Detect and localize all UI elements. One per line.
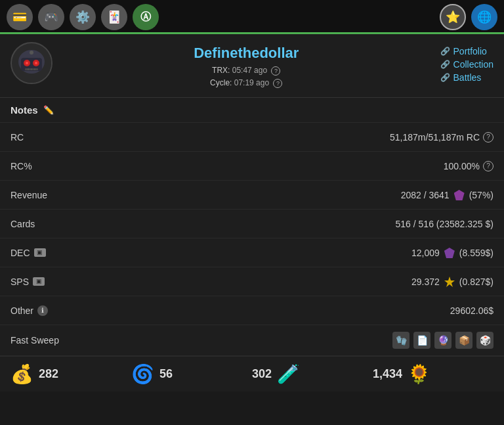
svg-point-5 <box>26 62 28 64</box>
potion-item: 302 🧪 <box>252 363 373 385</box>
cycle-time: 07:19 ago <box>234 78 269 87</box>
notes-header: Notes ✏️ <box>0 98 504 123</box>
potion-icon: 🧪 <box>277 363 300 385</box>
other-info-icon[interactable]: ℹ <box>37 305 48 316</box>
profile-section: Definethedollar TRX: 05:47 ago ? Cycle: … <box>0 34 504 98</box>
rc-row: RC 51,187m/51,187m RC ? <box>0 123 504 152</box>
nav-cards-icon[interactable]: 🃏 <box>101 4 127 30</box>
gem-icon <box>454 190 465 200</box>
rc-value: 51,187m/51,187m RC ? <box>390 132 494 143</box>
sps-token-icon <box>444 277 455 287</box>
battles-link-icon: 🔗 <box>440 73 450 82</box>
svg-point-6 <box>35 62 37 64</box>
collection-label: Collection <box>453 59 494 70</box>
flower-item: 1,434 🌻 <box>373 363 494 385</box>
notes-edit-icon[interactable]: ✏️ <box>43 105 54 115</box>
profile-links: 🔗 Portfolio 🔗 Collection 🔗 Battles <box>440 46 494 83</box>
svg-marker-13 <box>444 277 455 287</box>
rc-pct-help-icon[interactable]: ? <box>483 161 494 171</box>
orb-value: 56 <box>159 367 173 381</box>
sps-value: 29.372 (0.827$) <box>411 277 494 287</box>
other-amount: 29602.06$ <box>450 305 494 316</box>
nav-user-icon[interactable]: Ⓐ <box>133 4 159 30</box>
nav-settings-icon[interactable]: ⚙️ <box>70 4 96 30</box>
cards-value: 516 / 516 (23582.325 $) <box>396 219 494 229</box>
nav-star-icon[interactable]: ⭐ <box>440 4 466 30</box>
potion-count: 302 <box>252 367 272 381</box>
portfolio-link[interactable]: 🔗 Portfolio <box>440 46 494 56</box>
dec-amount: 12,009 <box>411 248 440 258</box>
rc-pct-text: 100.00% <box>444 161 480 171</box>
portfolio-label: Portfolio <box>453 46 487 56</box>
stats-section: Notes ✏️ RC 51,187m/51,187m RC ? RC% 100… <box>0 98 504 356</box>
other-value: 29602.06$ <box>450 305 494 316</box>
fast-sweep-row: Fast Sweep 🧤 📄 🔮 📦 🎲 <box>0 325 504 356</box>
sweep-icons: 🧤 📄 🔮 📦 🎲 <box>392 332 494 349</box>
username: Definethedollar <box>194 45 299 62</box>
sweep-icon-2[interactable]: 📄 <box>413 332 430 349</box>
top-navigation: 💳 🎮 ⚙️ 🃏 Ⓐ ⭐ 🌐 <box>0 0 504 34</box>
rc-pct-value: 100.00% ? <box>444 161 494 171</box>
dec-value: 12,009 (8.559$) <box>411 248 494 258</box>
dec-label: DEC ▣ <box>10 248 46 258</box>
revenue-value: 2082 / 3641 (57%) <box>401 190 494 200</box>
revenue-row: Revenue 2082 / 3641 (57%) <box>0 181 504 210</box>
other-row: Other ℹ 29602.06$ <box>0 296 504 325</box>
bottom-bar: 💰 282 🌀 56 302 🧪 1,434 🌻 <box>0 356 504 391</box>
rc-help-icon[interactable]: ? <box>483 132 494 143</box>
sps-label: SPS ▣ <box>10 277 45 287</box>
rc-pct-row: RC% 100.00% ? <box>0 152 504 181</box>
collection-link-icon: 🔗 <box>440 60 450 69</box>
sweep-icon-4[interactable]: 📦 <box>455 332 472 349</box>
orb-icon: 🌀 <box>131 363 154 385</box>
sps-row: SPS ▣ 29.372 (0.827$) <box>0 267 504 296</box>
cycle-info-icon[interactable]: ? <box>273 79 282 88</box>
dec-usd: (8.559$) <box>459 248 494 258</box>
sweep-icon-5[interactable]: 🎲 <box>476 332 494 349</box>
fast-sweep-label: Fast Sweep <box>10 335 59 346</box>
sweep-icon-3[interactable]: 🔮 <box>434 332 452 349</box>
flower-count: 1,434 <box>373 367 402 381</box>
dec-row: DEC ▣ 12,009 (8.559$) <box>0 238 504 267</box>
trx-info-icon[interactable]: ? <box>271 66 280 76</box>
svg-point-12 <box>30 51 33 55</box>
battles-link[interactable]: 🔗 Battles <box>440 72 494 83</box>
rc-pct-label: RC% <box>10 161 32 171</box>
gold-bag-item: 💰 282 <box>10 363 131 385</box>
cards-text: 516 / 516 (23582.325 $) <box>396 219 494 229</box>
orb-item: 🌀 56 <box>131 363 252 385</box>
sps-amount: 29.372 <box>411 277 440 287</box>
nav-wallet-icon[interactable]: 💳 <box>7 4 33 30</box>
battles-label: Battles <box>453 72 482 83</box>
cards-row: Cards 516 / 516 (23582.325 $) <box>0 210 504 238</box>
cards-label: Cards <box>10 219 35 229</box>
notes-label: Notes <box>10 104 38 116</box>
sps-usd: (0.827$) <box>459 277 494 287</box>
dec-crystal-icon <box>444 248 455 258</box>
flower-icon: 🌻 <box>408 363 430 385</box>
revenue-text: 2082 / 3641 <box>401 190 450 200</box>
sweep-icon-1[interactable]: 🧤 <box>392 332 410 349</box>
profile-center: Definethedollar TRX: 05:47 ago ? Cycle: … <box>63 45 430 89</box>
sps-wallet-icon[interactable]: ▣ <box>33 277 45 286</box>
revenue-label: Revenue <box>10 190 47 200</box>
nav-game-icon[interactable]: 🎮 <box>38 4 64 30</box>
nav-globe-icon[interactable]: 🌐 <box>471 4 497 30</box>
trx-label: TRX: <box>212 66 230 75</box>
gold-bag-icon: 💰 <box>10 363 33 385</box>
rc-label: RC <box>10 132 24 143</box>
revenue-pct: (57%) <box>469 190 494 200</box>
avatar <box>10 42 52 84</box>
rc-text: 51,187m/51,187m RC <box>390 132 480 143</box>
cycle-label: Cycle: <box>210 78 232 87</box>
collection-link[interactable]: 🔗 Collection <box>440 59 494 70</box>
other-label: Other ℹ <box>10 305 48 316</box>
dec-wallet-icon[interactable]: ▣ <box>34 248 46 257</box>
gold-bag-value: 282 <box>39 367 58 381</box>
profile-meta: TRX: 05:47 ago ? Cycle: 07:19 ago ? <box>210 64 282 89</box>
portfolio-link-icon: 🔗 <box>440 47 450 56</box>
trx-time: 05:47 ago <box>232 66 267 75</box>
